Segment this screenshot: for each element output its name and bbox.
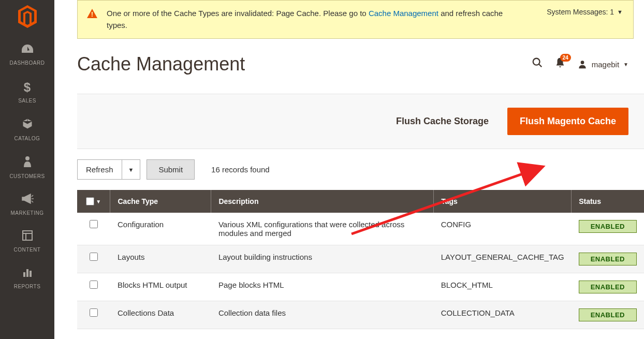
cell-description: Collection data files	[211, 301, 434, 329]
select-all-checkbox[interactable]	[86, 197, 94, 205]
nav-customers[interactable]: CUSTOMERS	[9, 149, 45, 186]
megaphone-icon	[21, 194, 34, 207]
cell-status: ENABLED	[572, 245, 644, 273]
bars-icon	[22, 267, 33, 281]
magento-logo[interactable]	[17, 6, 38, 27]
cell-tags: COLLECTION_DATA	[434, 301, 572, 329]
status-badge: ENABLED	[579, 308, 637, 321]
svg-point-0	[25, 156, 30, 160]
column-cache-type[interactable]: Cache Type	[110, 190, 211, 213]
box-icon	[22, 118, 33, 132]
records-count: 16 records found	[211, 165, 270, 174]
nav-label: REPORTS	[14, 284, 41, 289]
cache-management-link[interactable]: Cache Management	[369, 9, 438, 18]
page-title: Cache Management	[77, 53, 245, 75]
column-checkbox: ▼	[77, 190, 110, 213]
username: magebit	[592, 60, 619, 69]
layout-icon	[22, 230, 33, 244]
nav-content[interactable]: CONTENT	[9, 223, 45, 260]
page-header: Cache Management 24 magebit ▼	[54, 39, 644, 81]
submit-button[interactable]: Submit	[147, 159, 195, 180]
cell-status: ENABLED	[572, 301, 644, 329]
status-badge: ENABLED	[579, 220, 637, 233]
cell-tags: LAYOUT_GENERAL_CACHE_TAG	[434, 245, 572, 273]
status-badge: ENABLED	[579, 253, 637, 266]
status-badge: ENABLED	[579, 281, 637, 293]
mass-action-select[interactable]: Refresh ▼	[77, 159, 140, 180]
search-button[interactable]	[532, 57, 543, 71]
system-message-text: One or more of the Cache Types are inval…	[107, 8, 521, 31]
cell-description: Various XML configurations that were col…	[211, 213, 434, 245]
flush-cache-storage-button[interactable]: Flush Cache Storage	[386, 111, 499, 132]
nav-label: CUSTOMERS	[9, 173, 45, 179]
chevron-down-icon[interactable]: ▼	[96, 199, 101, 204]
nav-label: DASHBOARD	[10, 60, 45, 66]
row-checkbox[interactable]	[90, 308, 98, 317]
chevron-down-icon[interactable]: ▼	[122, 160, 140, 179]
cell-cache-type: Configuration	[110, 213, 211, 245]
svg-line-9	[538, 64, 541, 67]
column-description[interactable]: Description	[211, 190, 434, 213]
notifications-button[interactable]: 24	[554, 57, 566, 71]
system-message-bar: ! One or more of the Cache Types are inv…	[77, 0, 634, 39]
cell-tags: BLOCK_HTML	[434, 273, 572, 301]
svg-rect-1	[23, 231, 32, 240]
person-icon	[23, 156, 32, 170]
dollar-icon: $	[24, 80, 31, 95]
svg-text:!: !	[91, 10, 93, 18]
nav-sales[interactable]: $SALES	[9, 73, 45, 111]
svg-rect-4	[23, 272, 25, 277]
nav-label: SALES	[18, 98, 36, 104]
column-status[interactable]: Status	[572, 190, 644, 213]
cell-cache-type: Collections Data	[110, 301, 211, 329]
cell-status: ENABLED	[572, 273, 644, 301]
system-messages-toggle[interactable]: System Messages: 1 ▼	[536, 8, 623, 16]
warning-icon: !	[86, 8, 98, 23]
table-row: LayoutsLayout building instructionsLAYOU…	[77, 245, 644, 273]
chevron-down-icon: ▼	[623, 62, 628, 67]
admin-sidebar: DASHBOARD$SALESCATALOGCUSTOMERSMARKETING…	[0, 0, 54, 339]
page-actions: Flush Cache Storage Flush Magento Cache	[77, 94, 644, 149]
cell-tags: CONFIG	[434, 213, 572, 245]
row-checkbox[interactable]	[90, 220, 98, 228]
cache-grid: ▼ Cache Type Description Tags Status Con…	[77, 190, 644, 329]
svg-point-8	[533, 58, 539, 65]
nav-reports[interactable]: REPORTS	[9, 260, 45, 297]
cell-cache-type: Layouts	[110, 245, 211, 273]
svg-rect-6	[30, 271, 32, 277]
table-row: Blocks HTML outputPage blocks HTMLBLOCK_…	[77, 273, 644, 301]
header-actions: 24 magebit ▼	[532, 57, 628, 71]
user-icon	[577, 59, 588, 69]
grid-toolbar: Refresh ▼ Submit 16 records found	[54, 149, 644, 190]
main-content: ! One or more of the Cache Types are inv…	[54, 0, 644, 339]
dashboard-icon	[21, 43, 34, 57]
refresh-action[interactable]: Refresh	[78, 160, 122, 179]
cell-status: ENABLED	[572, 213, 644, 245]
user-menu[interactable]: magebit ▼	[577, 59, 628, 69]
flush-magento-cache-button[interactable]: Flush Magento Cache	[507, 108, 628, 135]
row-checkbox[interactable]	[90, 281, 98, 289]
column-tags[interactable]: Tags	[434, 190, 572, 213]
nav-label: CONTENT	[14, 247, 41, 253]
table-row: ConfigurationVarious XML configurations …	[77, 213, 644, 245]
nav-dashboard[interactable]: DASHBOARD	[9, 36, 45, 73]
chevron-down-icon: ▼	[617, 9, 623, 15]
nav-label: CATALOG	[14, 136, 40, 141]
row-checkbox[interactable]	[90, 253, 98, 261]
nav-catalog[interactable]: CATALOG	[9, 111, 45, 149]
nav-marketing[interactable]: MARKETING	[9, 186, 45, 223]
notification-badge: 24	[560, 54, 571, 62]
cell-cache-type: Blocks HTML output	[110, 273, 211, 301]
cell-description: Page blocks HTML	[211, 273, 434, 301]
search-icon	[532, 57, 543, 68]
nav-label: MARKETING	[11, 210, 44, 216]
cell-description: Layout building instructions	[211, 245, 434, 273]
svg-point-10	[580, 61, 584, 64]
svg-rect-5	[26, 269, 28, 277]
table-row: Collections DataCollection data filesCOL…	[77, 301, 644, 329]
